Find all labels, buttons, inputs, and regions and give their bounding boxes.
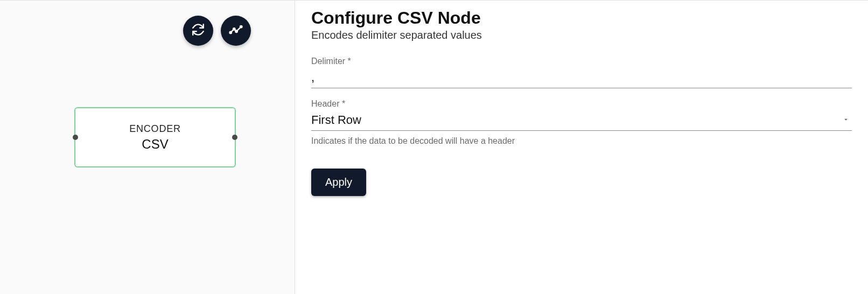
refresh-icon bbox=[191, 23, 205, 39]
node-type-label: ENCODER bbox=[129, 123, 181, 135]
svg-point-3 bbox=[240, 26, 242, 27]
canvas-panel[interactable]: ENCODER CSV bbox=[0, 1, 295, 294]
delimiter-field: Delimiter * bbox=[311, 57, 852, 88]
config-title: Configure CSV Node bbox=[311, 8, 852, 28]
config-panel: Configure CSV Node Encodes delimiter sep… bbox=[295, 1, 868, 294]
delimiter-input[interactable] bbox=[311, 67, 852, 88]
header-label: Header * bbox=[311, 99, 852, 109]
svg-point-0 bbox=[230, 32, 232, 33]
header-hint: Indicates if the data to be decoded will… bbox=[311, 136, 852, 146]
header-select[interactable]: First Row bbox=[311, 110, 852, 131]
apply-button[interactable]: Apply bbox=[311, 169, 366, 196]
svg-point-2 bbox=[235, 31, 237, 32]
fab-row bbox=[183, 16, 251, 46]
app-container: ENCODER CSV Configure CSV Node Encodes d… bbox=[0, 0, 868, 294]
header-select-wrap: First Row bbox=[311, 110, 852, 131]
chart-line-icon bbox=[229, 23, 243, 39]
chart-button[interactable] bbox=[221, 16, 251, 46]
delimiter-label: Delimiter * bbox=[311, 57, 852, 66]
refresh-button[interactable] bbox=[183, 16, 213, 46]
svg-point-1 bbox=[233, 28, 235, 30]
node-output-port[interactable] bbox=[232, 135, 237, 140]
config-subtitle: Encodes delimiter separated values bbox=[311, 29, 852, 41]
node-input-port[interactable] bbox=[73, 135, 78, 140]
node-name-label: CSV bbox=[142, 137, 168, 152]
csv-encoder-node[interactable]: ENCODER CSV bbox=[74, 107, 236, 167]
header-field: Header * First Row Indicates if the data… bbox=[311, 99, 852, 146]
